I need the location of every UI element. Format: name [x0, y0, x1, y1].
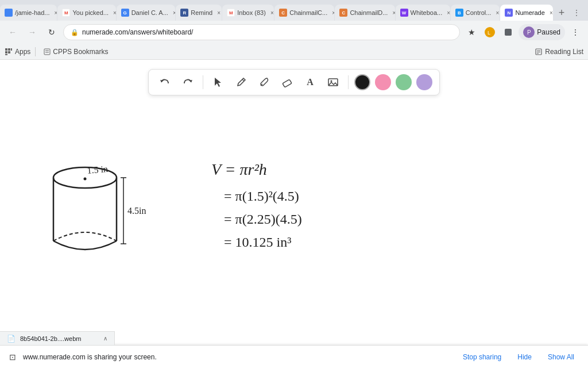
screen-share-icon: ⊡: [9, 352, 16, 362]
tab-1-close[interactable]: ×: [52, 9, 57, 17]
download-icon: 📄: [7, 335, 16, 343]
tab-4[interactable]: R Remind ×: [176, 5, 222, 21]
tab-2[interactable]: M You picked... ×: [57, 5, 115, 21]
tab-6[interactable]: C ChainmailC... ×: [274, 5, 334, 21]
svg-rect-3: [5, 48, 7, 51]
eraser-button[interactable]: [278, 73, 296, 91]
tab-5-favicon: M: [227, 9, 235, 17]
apps-label: Apps: [15, 48, 30, 56]
pen-tool-button[interactable]: [232, 73, 250, 91]
new-tab-button[interactable]: +: [554, 5, 570, 21]
reading-list-label: Reading List: [545, 48, 583, 56]
color-green[interactable]: [396, 74, 412, 90]
tab-6-favicon: C: [279, 9, 287, 17]
text-tool-label: A: [307, 77, 314, 87]
tab-8-close[interactable]: ×: [444, 9, 450, 17]
cpps-bookmarks-item[interactable]: CPPS Bookmarks: [40, 47, 111, 57]
svg-text:= π(1.5)²(4.5): = π(1.5)²(4.5): [224, 189, 299, 204]
tab-6-close[interactable]: ×: [330, 9, 334, 17]
back-button[interactable]: ←: [5, 24, 21, 40]
tab-10-close[interactable]: ×: [547, 9, 553, 17]
svg-rect-5: [11, 48, 12, 51]
address-bar[interactable]: 🔒 numerade.com/answers/whiteboard/: [63, 24, 460, 40]
tab-9[interactable]: B Control... ×: [451, 5, 500, 21]
tab-3-close[interactable]: ×: [171, 9, 175, 17]
color-pink[interactable]: [375, 74, 391, 90]
profile-button[interactable]: P Paused: [519, 24, 565, 40]
tab-9-close[interactable]: ×: [493, 9, 500, 17]
tab-3[interactable]: G Daniel C. A... ×: [117, 5, 176, 21]
toolbar-separator-2: [348, 75, 349, 89]
tab-2-label: You picked...: [72, 9, 109, 16]
svg-rect-9: [44, 49, 50, 55]
tab-6-label: ChainmailC...: [289, 9, 327, 16]
stop-sharing-button[interactable]: Stop sharing: [458, 351, 506, 363]
screen-share-right: Show All: [543, 351, 579, 363]
svg-text:L: L: [488, 30, 490, 36]
undo-button[interactable]: [156, 73, 174, 91]
download-chevron-icon[interactable]: ∧: [103, 335, 107, 342]
color-purple[interactable]: [416, 74, 432, 90]
toolbar-separator-1: [203, 75, 203, 89]
color-black[interactable]: [354, 74, 370, 90]
lock-icon: 🔒: [71, 29, 79, 36]
forward-button[interactable]: →: [24, 24, 40, 40]
image-insert-button[interactable]: [324, 73, 342, 91]
extension-icon[interactable]: [500, 24, 516, 40]
bookmarks-separator: [35, 47, 36, 56]
content-area: A 1.5 in 4.5in V = π: [0, 60, 588, 354]
reading-list-icon: [535, 48, 543, 56]
tab-7[interactable]: C ChainmailD... ×: [335, 5, 394, 21]
tab-bar-menu-icon[interactable]: ⋮: [570, 6, 583, 20]
tools-button[interactable]: [255, 73, 273, 91]
hide-button[interactable]: Hide: [513, 351, 536, 363]
tab-4-favicon: R: [180, 9, 188, 17]
profile-label: Paused: [537, 28, 560, 36]
tab-5[interactable]: M Inbox (83) ×: [222, 5, 274, 21]
apps-menu-button[interactable]: Apps: [5, 48, 30, 56]
tab-1-label: /jamie-had...: [15, 9, 50, 16]
svg-text:= 10.125 in³: = 10.125 in³: [224, 235, 291, 250]
tab-3-label: Daniel C. A...: [131, 9, 168, 16]
cursor-tool-button[interactable]: [209, 73, 227, 91]
profile-icon-btn[interactable]: L: [482, 24, 498, 40]
tab-bar-right: ⋮: [570, 5, 588, 21]
bookmark-star-icon[interactable]: ★: [463, 24, 479, 40]
text-tool-button[interactable]: A: [301, 73, 319, 91]
refresh-button[interactable]: ↻: [44, 24, 60, 40]
svg-marker-18: [215, 78, 221, 87]
svg-rect-8: [5, 54, 7, 55]
svg-line-19: [242, 79, 244, 81]
profile-avatar: P: [523, 26, 535, 38]
reading-list-button[interactable]: Reading List: [535, 48, 583, 56]
whiteboard-toolbar: A: [148, 69, 440, 95]
tab-8[interactable]: W Whiteboa... ×: [396, 5, 450, 21]
show-all-button[interactable]: Show All: [543, 351, 579, 363]
download-bar: 📄 8b54b041-2b....webm ∧: [0, 331, 115, 345]
tab-9-favicon: B: [455, 9, 463, 17]
svg-point-28: [84, 178, 87, 181]
more-menu-icon[interactable]: ⋮: [567, 24, 583, 40]
browser-chrome: /jamie-had... × M You picked... × G Dani…: [0, 0, 588, 60]
tab-7-close[interactable]: ×: [390, 9, 394, 17]
cpps-bookmark-icon: [44, 48, 51, 55]
svg-rect-4: [8, 48, 10, 51]
tab-10[interactable]: N Numerade ×: [500, 5, 553, 21]
tab-4-close[interactable]: ×: [215, 9, 222, 17]
tab-2-favicon: M: [62, 9, 70, 17]
tab-1[interactable]: /jamie-had... ×: [0, 5, 57, 21]
svg-rect-7: [8, 51, 10, 53]
tab-7-label: ChainmailD...: [350, 9, 388, 16]
tab-4-label: Remind: [191, 9, 212, 16]
tab-5-close[interactable]: ×: [268, 9, 274, 17]
cpps-bookmarks-label: CPPS Bookmarks: [53, 48, 108, 56]
redo-button[interactable]: [179, 73, 197, 91]
url-text: numerade.com/answers/whiteboard/: [82, 28, 193, 36]
tab-8-label: Whiteboa...: [411, 9, 443, 16]
tab-2-close[interactable]: ×: [111, 9, 116, 17]
tab-5-label: Inbox (83): [237, 9, 266, 16]
whiteboard-canvas: 1.5 in 4.5in V = πr²h = π(1.5)²(4.5) = π…: [0, 60, 588, 354]
tab-bar: /jamie-had... × M You picked... × G Dani…: [0, 0, 588, 21]
svg-text:4.5in: 4.5in: [127, 206, 146, 216]
screen-share-message: www.numerade.com is sharing your screen.: [23, 353, 451, 361]
